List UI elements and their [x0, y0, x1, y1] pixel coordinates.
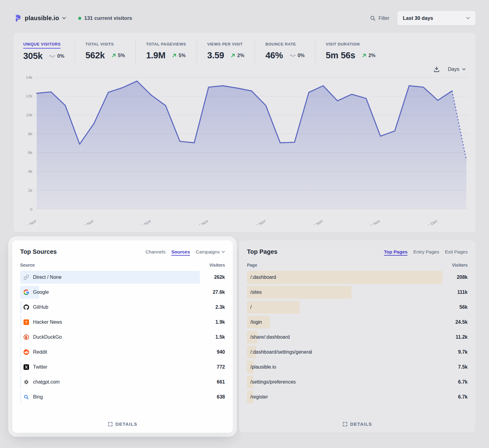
- source-row[interactable]: Google 27.6k: [20, 286, 225, 299]
- tab[interactable]: Entry Pages: [413, 249, 439, 255]
- tab[interactable]: Campaigns: [196, 249, 225, 255]
- source-name: Google: [33, 290, 49, 295]
- source-visitors: 772: [200, 364, 225, 370]
- search-icon: [370, 16, 376, 21]
- chevron-down-icon: [222, 251, 225, 253]
- pages-details-label: DETAILS: [350, 421, 372, 427]
- download-button[interactable]: [433, 66, 440, 72]
- metric[interactable]: TOTAL VISITS 562k 5%: [75, 40, 135, 64]
- interval-select[interactable]: Days: [448, 66, 466, 72]
- expand-icon: [343, 422, 347, 427]
- metric-change-value: 5%: [118, 53, 125, 58]
- source-row[interactable]: Y Hacker News 1.9k: [20, 315, 225, 329]
- metric[interactable]: TOTAL PAGEVIEWS 1.9M 5%: [135, 40, 197, 64]
- metric[interactable]: UNIQUE VISITORS 305k 0%: [21, 40, 75, 64]
- page-visitors: 6.7k: [443, 379, 468, 385]
- link-icon: [24, 275, 29, 280]
- metric-label: VISIT DURATION: [326, 42, 360, 48]
- svg-text:8k: 8k: [28, 132, 33, 136]
- metric-value: 562k: [85, 50, 105, 60]
- site-selector[interactable]: plausible.io: [13, 14, 66, 22]
- top-pages-card: Top Pages Top Pages Entry Pages Exit Pag…: [239, 240, 476, 433]
- sources-details-button[interactable]: DETAILS: [12, 421, 233, 427]
- source-row[interactable]: Twitter 772: [20, 360, 225, 374]
- page-row[interactable]: / 56k: [247, 300, 468, 314]
- metric-change: 2%: [231, 53, 244, 58]
- filter-button[interactable]: Filter: [370, 16, 389, 21]
- flat-wave-icon: [49, 55, 55, 58]
- svg-text:2k: 2k: [28, 188, 33, 193]
- date-range-select[interactable]: Last 30 days: [397, 11, 476, 25]
- source-row[interactable]: Bing 638: [20, 390, 225, 404]
- expand-icon: [108, 422, 113, 427]
- site-name: plausible.io: [25, 15, 59, 22]
- sources-details-label: DETAILS: [116, 421, 137, 427]
- metric[interactable]: BOUNCE RATE 46% 0%: [255, 40, 315, 64]
- source-name: DuckDuckGo: [33, 334, 62, 340]
- page-row[interactable]: /sites 111k: [247, 286, 468, 299]
- tab-label: Top Pages: [384, 249, 407, 255]
- svg-text:12k: 12k: [26, 94, 32, 98]
- pages-list: /:dashboard 208k /sites 111k / 56k /logi…: [247, 271, 468, 404]
- source-name: Twitter: [33, 364, 47, 370]
- page-row[interactable]: /:dashboard/settings/general 9.7k: [247, 345, 468, 359]
- interval-value: Days: [448, 66, 459, 72]
- metric-change-value: 5%: [178, 53, 186, 58]
- tab-label: Entry Pages: [413, 249, 439, 255]
- arrow-up-right-icon: [112, 53, 116, 58]
- page-path: /settings/preferences: [250, 379, 296, 385]
- page-row[interactable]: /:dashboard 208k: [247, 271, 468, 284]
- arrow-up-right-icon: [172, 53, 177, 58]
- source-row[interactable]: DuckDuckGo 1.5k: [20, 330, 225, 344]
- source-row[interactable]: Reddit 940: [20, 345, 225, 359]
- metric-change-value: 0%: [57, 53, 64, 59]
- metric[interactable]: VIEWS PER VISIT 3.59 2%: [197, 40, 255, 64]
- page-row[interactable]: /register 6.7k: [247, 390, 468, 404]
- metric-label: TOTAL PAGEVIEWS: [146, 42, 186, 48]
- source-visitors: 27.6k: [200, 290, 225, 295]
- page-row[interactable]: /settings/preferences 6.7k: [247, 375, 468, 389]
- page-share-bar: [247, 301, 300, 314]
- source-visitors: 262k: [200, 275, 225, 280]
- pages-details-button[interactable]: DETAILS: [239, 421, 476, 427]
- tab[interactable]: Exit Pages: [445, 249, 468, 255]
- page-path: /plausible.io: [250, 364, 276, 370]
- page-visitors: 7.5k: [443, 364, 468, 370]
- source-row[interactable]: Direct / None 262k: [20, 271, 225, 284]
- page-row[interactable]: /login 24.5k: [247, 315, 468, 329]
- source-row[interactable]: GitHub 2.3k: [20, 300, 225, 314]
- source-visitors: 661: [200, 379, 225, 385]
- tab[interactable]: Channels: [145, 249, 166, 255]
- source-visitors: 638: [200, 394, 225, 400]
- date-range-value: Last 30 days: [403, 15, 433, 21]
- metric-change-value: 2%: [368, 53, 375, 58]
- top-sources-card: Top Sources Channels Sources Campaigns S…: [12, 240, 233, 433]
- svg-text:18 Nov: 18 Nov: [196, 218, 209, 225]
- metric-label: TOTAL VISITS: [85, 42, 114, 48]
- metric-change: 5%: [112, 53, 125, 58]
- metric[interactable]: VISIT DURATION 5m 56s 2%: [315, 40, 386, 64]
- page-visitors: 11.2k: [443, 334, 468, 340]
- metric-value: 3.59: [207, 50, 224, 60]
- bing-icon: [24, 394, 29, 400]
- svg-text:Y: Y: [25, 320, 28, 324]
- twitter-icon: [24, 364, 29, 370]
- source-visitors: 1.5k: [200, 334, 225, 340]
- metric-label: VIEWS PER VISIT: [207, 42, 243, 48]
- page-row[interactable]: /plausible.io 7.5k: [247, 360, 468, 374]
- metric-change: 2%: [362, 53, 375, 58]
- source-row[interactable]: chatgpt.com 661: [20, 375, 225, 389]
- tab[interactable]: Sources: [171, 249, 190, 255]
- metrics-row: UNIQUE VISITORS 305k 0% TOTAL VISITS 562…: [21, 40, 468, 64]
- arrow-up-right-icon: [231, 53, 235, 58]
- source-name: Direct / None: [33, 275, 61, 280]
- plausible-logo-icon: [13, 14, 22, 22]
- metric-value: 1.9M: [146, 50, 165, 60]
- page-row[interactable]: /share/:dashboard 11.2k: [247, 330, 468, 344]
- page-visitors: 208k: [443, 275, 468, 280]
- tab[interactable]: Top Pages: [384, 249, 407, 255]
- metric-change: 5%: [172, 53, 186, 58]
- reddit-icon: [24, 349, 29, 355]
- svg-text:4k: 4k: [28, 169, 33, 174]
- pages-tabs: Top Pages Entry Pages Exit Pages: [384, 249, 468, 255]
